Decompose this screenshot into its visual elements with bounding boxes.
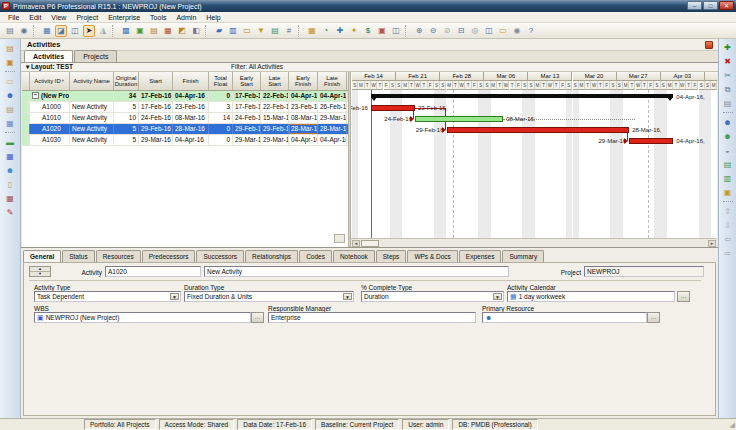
zoom-in-icon[interactable]: ⊕ bbox=[413, 25, 425, 37]
print-preview-icon[interactable]: ◉ bbox=[18, 25, 30, 37]
tab-activities[interactable]: Activities bbox=[24, 50, 73, 62]
gantt-bar-A1020[interactable] bbox=[447, 127, 630, 133]
cell-od[interactable]: 34 bbox=[114, 91, 139, 101]
wbs-window-icon[interactable]: ▤ bbox=[148, 25, 160, 37]
close-pane-icon[interactable] bbox=[705, 41, 713, 49]
level-resources-icon[interactable]: ◔ bbox=[320, 25, 332, 37]
gantt-view-icon[interactable]: ◪ bbox=[55, 25, 67, 37]
gantt-bar-A1030[interactable] bbox=[629, 138, 673, 144]
cell-es[interactable]: 17-Feb-16 bbox=[233, 91, 261, 101]
details-tab-codes[interactable]: Codes bbox=[299, 250, 332, 262]
tiles-icon[interactable]: ▦ bbox=[4, 151, 16, 162]
assign-resource-icon[interactable]: ☻ bbox=[722, 117, 734, 128]
cell-od[interactable]: 5 bbox=[114, 124, 139, 134]
layout-options-bar[interactable]: ▾ Layout: TEST Filter: All Activities bbox=[21, 63, 718, 72]
table-scroll-corner[interactable] bbox=[334, 234, 345, 243]
bars-icon[interactable]: ▰ bbox=[213, 25, 225, 37]
resource-icon[interactable]: ☻ bbox=[4, 90, 16, 101]
cell-start[interactable]: 17-Feb-16 bbox=[139, 91, 173, 101]
cell-tf[interactable]: 0 bbox=[209, 135, 233, 145]
cell-lf[interactable]: 26-Feb-16 bbox=[318, 102, 347, 112]
timescale-week[interactable]: Mar 06 bbox=[484, 72, 528, 81]
cell-id[interactable]: A1010 bbox=[30, 113, 70, 123]
cell-ef[interactable]: 04-Apr-16 bbox=[289, 91, 318, 101]
cell-es[interactable]: 24-Feb-16 bbox=[233, 113, 261, 123]
cell-od[interactable]: 10 bbox=[114, 113, 139, 123]
menu-help[interactable]: Help bbox=[201, 12, 225, 22]
gantt-bar-project-summary[interactable] bbox=[371, 94, 673, 98]
cell-es[interactable]: 17-Feb-16 bbox=[233, 102, 261, 112]
column-header-ef[interactable]: Early Finish bbox=[289, 72, 318, 90]
cell-od[interactable]: 5 bbox=[114, 135, 139, 145]
sort-filter-icon[interactable]: ▼ bbox=[61, 78, 65, 85]
gantt-bar-A1010[interactable] bbox=[415, 116, 503, 122]
cell-ls[interactable]: 15-Mar-16 bbox=[261, 113, 289, 123]
cell-ls[interactable]: 22-Feb-16 bbox=[261, 102, 289, 112]
cell-finish[interactable]: 23-Feb-16 bbox=[173, 102, 209, 112]
table-row[interactable]: A1020New Activity529-Feb-1628-Mar-16029-… bbox=[22, 124, 348, 135]
maximize-button[interactable]: □ bbox=[703, 1, 718, 10]
activity-stepper[interactable]: ▲▼ bbox=[29, 266, 51, 277]
new-layout-icon[interactable]: ▤ bbox=[4, 43, 16, 54]
cell-start[interactable]: 29-Feb-16 bbox=[139, 124, 173, 134]
details-tab-relationships[interactable]: Relationships bbox=[245, 250, 298, 262]
projects-window-icon[interactable]: ▦ bbox=[162, 25, 174, 37]
cell-ef[interactable]: 23-Feb-16 bbox=[289, 102, 318, 112]
menu-file[interactable]: File bbox=[3, 12, 24, 22]
cell-id[interactable]: A1000 bbox=[30, 102, 70, 112]
group-sort-icon[interactable]: ▤ bbox=[269, 25, 281, 37]
cell-finish[interactable]: 08-Mar-16 bbox=[173, 113, 209, 123]
roles-icon[interactable]: ✦ bbox=[348, 25, 360, 37]
details-tab-successors[interactable]: Successors bbox=[196, 250, 244, 262]
table-row[interactable]: −(New Project)3417-Feb-1604-Apr-16017-Fe… bbox=[22, 91, 348, 102]
activity-type-select[interactable]: Task Dependent▼ bbox=[34, 291, 181, 302]
calculator-icon[interactable]: ▦ bbox=[4, 193, 16, 204]
table-view-icon[interactable]: ▦ bbox=[41, 25, 53, 37]
add-relationship-icon[interactable]: ▤ bbox=[722, 159, 734, 170]
paste-icon[interactable]: ▤ bbox=[722, 98, 734, 109]
cell-name[interactable] bbox=[70, 91, 114, 101]
menu-enterprise[interactable]: Enterprise bbox=[103, 12, 145, 22]
documents-icon[interactable]: ▣ bbox=[722, 187, 734, 198]
assign-resources-icon[interactable]: ✚ bbox=[334, 25, 346, 37]
collapse-icon[interactable]: − bbox=[32, 92, 39, 99]
print-icon[interactable]: ▤ bbox=[4, 25, 16, 37]
select-pointer-icon[interactable]: ➤ bbox=[83, 25, 95, 37]
details-tab-notebook[interactable]: Notebook bbox=[333, 250, 375, 262]
responsible-manager-field[interactable]: Enterprise bbox=[268, 312, 476, 323]
open-layout-icon[interactable]: ▣ bbox=[4, 57, 16, 68]
menu-admin[interactable]: Admin bbox=[171, 12, 201, 22]
scroll-left-arrow[interactable]: ◂ bbox=[352, 240, 360, 247]
global-change-icon[interactable]: ▣ bbox=[376, 25, 388, 37]
column-header-ls[interactable]: Late Start bbox=[261, 72, 289, 90]
cell-id[interactable]: −(New Project) bbox=[30, 91, 70, 101]
cell-tf[interactable]: 0 bbox=[209, 124, 233, 134]
notes-icon[interactable]: ▭ bbox=[497, 25, 509, 37]
activity-name-field[interactable]: New Activity bbox=[204, 266, 509, 277]
scroll-right-arrow[interactable]: ▸ bbox=[708, 240, 716, 247]
gantt-horizontal-scrollbar[interactable]: ◂ ▸ bbox=[351, 238, 717, 247]
cell-ls[interactable]: 29-Feb-16 bbox=[261, 124, 289, 134]
activity-calendar-field[interactable]: ▦1 day workweek bbox=[507, 291, 675, 302]
cell-ls[interactable]: 29-Mar-16 bbox=[261, 135, 289, 145]
add-activity-icon[interactable]: ▣ bbox=[134, 25, 146, 37]
column-header-tf[interactable]: Total Float bbox=[209, 72, 233, 90]
menu-project[interactable]: Project bbox=[71, 12, 103, 22]
details-tab-predecessors[interactable]: Predecessors bbox=[142, 250, 196, 262]
timescale-day[interactable]: M bbox=[711, 81, 717, 90]
help-icon[interactable]: ? bbox=[525, 25, 537, 37]
table-row[interactable]: A1000New Activity517-Feb-1623-Feb-16317-… bbox=[22, 102, 348, 113]
details-tab-status[interactable]: Status bbox=[62, 250, 94, 262]
cell-tf[interactable]: 14 bbox=[209, 113, 233, 123]
fit-window-icon[interactable]: ⊟ bbox=[455, 25, 467, 37]
brush-icon[interactable]: ✎ bbox=[4, 207, 16, 218]
reports-window-icon[interactable]: ◧ bbox=[190, 25, 202, 37]
cell-lf[interactable]: 28-Mar-16 bbox=[318, 124, 347, 134]
columns-icon[interactable]: ▥ bbox=[227, 25, 239, 37]
link-mode-icon[interactable]: ◮ bbox=[97, 25, 109, 37]
cell-ef[interactable]: 28-Mar-16 bbox=[289, 124, 318, 134]
cell-start[interactable]: 24-Feb-16 bbox=[139, 113, 173, 123]
details-tab-resources[interactable]: Resources bbox=[96, 250, 141, 262]
assign-code-icon[interactable]: ◒ bbox=[722, 145, 734, 156]
details-tab-general[interactable]: General bbox=[23, 250, 61, 262]
